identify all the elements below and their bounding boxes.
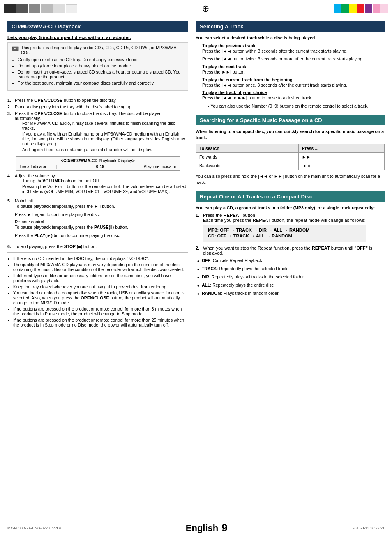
warning-7: If no buttons are pressed on the product… [13, 317, 188, 327]
choice-track-text1: Press the |◄◄ or ►►| button to move to a… [202, 95, 385, 101]
track-indicator-label: Track Indicator ——| [19, 164, 57, 169]
step-3-sub-2: If you play a file with an English name … [22, 131, 188, 146]
color-block-purple [365, 4, 372, 13]
note-bullet-4: For the best sound, maintain your compac… [18, 81, 184, 85]
prev-track-text2: Press the |◄◄ button twice, 3 seconds or… [202, 56, 385, 62]
main-unit-text1: To pause playback temporarily, press the… [15, 203, 188, 209]
steps-list: 1. Press the OPEN/CLOSE button to open t… [7, 98, 188, 153]
prev-track-title: To play the previous track [202, 43, 385, 48]
note-bullet-2: Do not apply force to or place a heavy o… [18, 63, 184, 68]
choice-track-text2: • You can also use the Number (0~9) butt… [202, 103, 385, 109]
repeat-off: OFF: Cancels Repeat Playback. [197, 258, 385, 265]
tape-icon: 📼 [12, 45, 19, 52]
search-note: You can also press and hold the |◄◄ or ►… [196, 173, 385, 185]
step-3: 3. Press the OPEN/CLOSE button to close … [7, 111, 188, 153]
selecting-track-section: Selecting a Track You can select a desir… [196, 21, 385, 109]
search-col-header: To search [196, 144, 299, 153]
warning-3: If different types of files or unnecessa… [13, 273, 188, 283]
display-time: 0:19 [96, 164, 104, 169]
main-unit-text2: Press ►II again to continue playing the … [15, 212, 188, 218]
warning-2: The quality of MP3/WMA-CD playback may v… [13, 262, 188, 272]
repeat-intro: You can play a CD, a group of tracks in … [196, 205, 385, 211]
step-3-subbullets: For MP3/WMA-CD audio, it may take severa… [15, 121, 188, 152]
footer-left: MX-F830B-ZA-ENG-0228.indd 9 [7, 526, 61, 530]
display-title: <CD/MP3/WMA-CD Playback Display> [19, 159, 176, 163]
color-blocks-left [4, 4, 77, 13]
search-table: To search Press ... Forwards ►► Backward… [196, 144, 385, 170]
warning-bullets: If there is no CD inserted in the DISC t… [7, 256, 188, 327]
color-block-pink [373, 4, 380, 13]
display-box: <CD/MP3/WMA-CD Playback Display> Track I… [16, 156, 180, 171]
backwards-button: ◄◄ [298, 161, 384, 170]
repeat-section: Repeat One or All Tracks on a Compact Di… [196, 191, 385, 298]
color-block-white [66, 4, 77, 13]
color-block-lighter-gray [53, 4, 65, 13]
step4-list: 4. Adjust the volume by: Tuning the VOLU… [7, 173, 188, 195]
repeat-step2-content: When you want to stop the Repeat functio… [203, 246, 385, 255]
step6-list: 6. To end playing, press the STOP (■) bu… [7, 244, 188, 249]
prev-track-text1: Press the |◄◄ button within 3 seconds af… [202, 48, 385, 54]
current-track-text: Press the |◄◄ button once, 3 seconds aft… [202, 82, 385, 88]
top-bar: ⊕ [0, 0, 392, 17]
color-block-black [4, 4, 16, 13]
color-block-dark-gray [16, 4, 28, 13]
step-4: 4. Adjust the volume by: Tuning the VOLU… [7, 173, 188, 195]
formula-box: MP3: OFF → TRACK → DIR → ALL → RANDOM CD… [203, 225, 366, 242]
track-subsections: To play the previous track Press the |◄◄… [196, 43, 385, 109]
color-block-red [357, 4, 364, 13]
formula-cd: CD: OFF → TRACK → ALL → RANDOM [208, 233, 361, 238]
playtime-indicator-label: Playtime Indicator [144, 164, 176, 169]
bottom-bar: MX-F830B-ZA-ENG-0228.indd 9 English 9 20… [0, 520, 392, 536]
forwards-label: Forwards [196, 153, 299, 161]
divider-1 [7, 94, 188, 94]
divider-2 [7, 252, 188, 253]
note-para: 📼 This product is designed to play audio… [12, 45, 184, 55]
step-3-sub-1: For MP3/WMA-CD audio, it may take severa… [22, 121, 188, 131]
search-intro: When listening to a compact disc, you ca… [196, 129, 385, 140]
right-column: Selecting a Track You can select a desir… [196, 21, 385, 330]
next-track-title: To play the next track [202, 64, 385, 69]
display-line: Track Indicator ——| 0:19 Playtime Indica… [19, 164, 176, 169]
repeat-random: RANDOM: Plays tracks in random order. [197, 291, 385, 297]
color-block-light-pink [380, 4, 388, 13]
repeat-dir: DIR: Repeatedly plays all tracks in the … [197, 274, 385, 281]
color-block-green [341, 4, 349, 13]
color-blocks-right [334, 4, 388, 13]
step5-list: 5. Main Unit To pause playback temporari… [7, 198, 188, 241]
repeat-bullets: OFF: Cancels Repeat Playback. TRACK: Rep… [196, 258, 385, 297]
cd-playback-header: CD/MP3/WMA-CD Playback [7, 21, 188, 32]
cd-subtitle: Lets you play 5 inch compact discs witho… [7, 35, 188, 40]
footer-timestamp: 2013-3-13 16:29:21 [352, 526, 385, 530]
step-1: 1. Press the OPEN/CLOSE button to open t… [7, 98, 188, 103]
color-block-yellow [349, 4, 357, 13]
repeat-step1: 1. Press the REPEAT button. Each time yo… [196, 213, 385, 244]
step-5: 5. Main Unit To pause playback temporari… [7, 198, 188, 241]
repeat-all: ALL: Repeatedly plays the entire disc. [197, 283, 385, 289]
main-content: CD/MP3/WMA-CD Playback Lets you play 5 i… [0, 17, 392, 334]
warning-5: You can load or unload a compact disc wh… [13, 290, 188, 305]
next-track-text: Press the ►►| button. [202, 69, 385, 75]
selecting-track-header: Selecting a Track [196, 21, 385, 32]
color-block-gray [29, 4, 40, 13]
page-number: 9 [221, 522, 227, 534]
remote-text2: Press the PLAY(►) button to continue pla… [15, 232, 188, 239]
step-6: 6. To end playing, press the STOP (■) bu… [7, 244, 188, 249]
choice-track-title: To play the track of your choice [202, 90, 385, 95]
remote-label: Remote control [15, 219, 188, 224]
selecting-intro: You can select a desired track while a d… [196, 35, 385, 41]
color-block-cyan [334, 4, 341, 13]
note-bullet-1: Gently open or close the CD tray. Do not… [18, 57, 184, 62]
step-4-subbullets: Tuning the VOLUME knob on the unit OR Pr… [15, 178, 188, 194]
note-bullets: Gently open or close the CD tray. Do not… [12, 57, 184, 85]
formula-mp3: MP3: OFF → TRACK → DIR → ALL → RANDOM [208, 228, 361, 232]
color-block-light-gray [41, 4, 53, 13]
repeat-header: Repeat One or All Tracks on a Compact Di… [196, 191, 385, 202]
compass-icon: ⊕ [77, 3, 334, 14]
forwards-button: ►► [298, 153, 384, 161]
step-2: 2. Place a disc gently into the tray wit… [7, 104, 188, 109]
search-table-header-row: To search Press ... [196, 144, 385, 153]
english-label: English [186, 523, 218, 534]
step-4-sub-1: Tuning the VOLUME knob on the unit OR [22, 178, 188, 183]
search-forwards-row: Forwards ►► [196, 153, 385, 161]
press-col-header: Press ... [298, 144, 384, 153]
